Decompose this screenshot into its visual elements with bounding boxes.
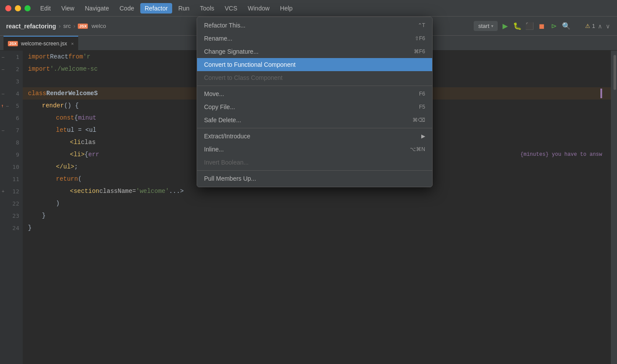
menu-edit[interactable]: Edit xyxy=(36,3,55,14)
line-number-1: — 1 xyxy=(0,51,23,63)
menu-item-convert-class: Convert to Class Component xyxy=(197,71,432,84)
line-number-3: 3 xyxy=(0,75,23,87)
coverage-button[interactable]: ⬛ xyxy=(525,21,534,31)
refactor-dropdown-menu: Refactor This... ⌃T Rename... ⇧F6 Change… xyxy=(197,17,433,187)
file-name: welco xyxy=(91,23,106,29)
menu-navigate[interactable]: Navigate xyxy=(80,3,113,14)
fold-icon-4[interactable]: — xyxy=(2,91,4,96)
line-number-11: 11 xyxy=(0,173,23,185)
fold-icon-7[interactable]: — xyxy=(2,128,4,133)
menu-item-label: Rename... xyxy=(204,35,232,42)
highlight-marker xyxy=(600,89,602,98)
menu-help[interactable]: Help xyxy=(276,3,297,14)
warning-up-chevron[interactable]: ∧ xyxy=(597,23,603,30)
line-number-12: + 12 xyxy=(0,185,23,197)
menu-item-invert-boolean: Invert Boolean... xyxy=(197,156,432,169)
menu-item-copy-file[interactable]: Copy File... F5 xyxy=(197,100,432,113)
menu-item-shortcut: ⌘F6 xyxy=(414,48,425,55)
code-line-22: ) xyxy=(23,197,611,209)
line-number-23: 23 xyxy=(0,209,23,222)
menu-separator-3 xyxy=(197,170,432,171)
menu-item-extract-introduce[interactable]: Extract/Introduce ▶ xyxy=(197,130,432,143)
menu-item-safe-delete[interactable]: Safe Delete... ⌘⌫ xyxy=(197,113,432,127)
tab-label: welcome-screen.jsx xyxy=(21,41,67,47)
line-number-5: ↑ — 5 xyxy=(0,100,23,112)
warning-icon: ⚠ xyxy=(585,23,590,29)
menu-window[interactable]: Window xyxy=(243,3,274,14)
line-number-6: 6 xyxy=(0,112,23,124)
close-button[interactable] xyxy=(5,5,11,11)
run-button[interactable]: ▶ xyxy=(500,21,510,31)
run-config-chevron: ▾ xyxy=(491,24,493,28)
traffic-lights xyxy=(5,5,31,11)
fold-icon-12[interactable]: + xyxy=(2,189,4,194)
menu-item-label: Copy File... xyxy=(204,103,235,110)
menu-item-label: Convert to Class Component xyxy=(204,74,283,81)
menu-item-pull-members-up[interactable]: Pull Members Up... xyxy=(197,172,432,185)
editor-scrollbar[interactable] xyxy=(611,51,617,364)
code-line-24: } xyxy=(23,222,611,234)
line-number-24: 24 xyxy=(0,222,23,234)
menu-code[interactable]: Code xyxy=(115,3,138,14)
fold-icon-1[interactable]: — xyxy=(2,55,4,59)
line-number-22: 22 xyxy=(0,197,23,209)
menu-view[interactable]: View xyxy=(57,3,79,14)
menu-item-label: Move... xyxy=(204,90,224,97)
menu-item-inline[interactable]: Inline... ⌥⌘N xyxy=(197,143,432,156)
menu-item-label: Pull Members Up... xyxy=(204,175,256,182)
menu-run[interactable]: Run xyxy=(174,3,194,14)
tab-close-button[interactable]: × xyxy=(71,41,73,46)
warning-count: 1 xyxy=(592,23,595,29)
menu-item-refactor-this[interactable]: Refactor This... ⌃T xyxy=(197,19,432,32)
tab-welcome-screen[interactable]: JSX welcome-screen.jsx × xyxy=(3,36,78,51)
project-name: react_refactoring xyxy=(6,23,56,30)
line-number-4: — 4 xyxy=(0,87,23,100)
menu-item-convert-functional[interactable]: Convert to Functional Component xyxy=(197,58,432,71)
warning-down-chevron[interactable]: ∨ xyxy=(605,23,611,30)
menu-item-label: Convert to Functional Component xyxy=(204,61,295,68)
gutter: — 1 — 2 3 — 4 ↑ — 5 6 — 7 8 9 xyxy=(0,51,23,364)
menu-item-shortcut: F5 xyxy=(419,104,425,110)
breadcrumb: react_refactoring › src › JSX welco xyxy=(6,23,106,30)
menubar: Edit View Navigate Code Refactor Run Too… xyxy=(0,0,617,17)
debug-button[interactable]: 🐛 xyxy=(513,21,522,31)
jsx-badge: JSX xyxy=(78,24,88,29)
line-number-8: 8 xyxy=(0,136,23,148)
run-config-button[interactable]: start ▾ xyxy=(474,21,497,31)
minimize-button[interactable] xyxy=(15,5,21,11)
menu-item-shortcut: ⌃T xyxy=(418,22,425,28)
menu-item-shortcut: ⇧F6 xyxy=(415,35,425,41)
line-number-7: — 7 xyxy=(0,124,23,136)
menu-item-label: Invert Boolean... xyxy=(204,159,249,166)
run-dash-button[interactable]: ⊳ xyxy=(549,21,559,31)
menu-item-label: Safe Delete... xyxy=(204,117,241,124)
maximize-button[interactable] xyxy=(24,5,31,11)
menu-vcs[interactable]: VCS xyxy=(220,3,242,14)
line-number-10: 10 xyxy=(0,161,23,173)
menu-item-arrow: ▶ xyxy=(421,133,425,139)
menu-item-change-signature[interactable]: Change Signature... ⌘F6 xyxy=(197,45,432,58)
code-line-23: } xyxy=(23,209,611,222)
search-button[interactable]: 🔍 xyxy=(562,21,571,31)
menu-item-shortcut: F6 xyxy=(419,91,425,97)
fold-icon-5[interactable]: — xyxy=(6,103,9,108)
menu-refactor[interactable]: Refactor xyxy=(140,3,172,14)
tab-jsx-badge: JSX xyxy=(8,41,18,46)
menu-item-rename[interactable]: Rename... ⇧F6 xyxy=(197,32,432,45)
scroll-thumb[interactable] xyxy=(614,55,616,90)
breakpoint-icon: ↑ xyxy=(1,103,4,109)
menu-item-label: Change Signature... xyxy=(204,48,259,55)
menu-item-label: Refactor This... xyxy=(204,22,246,29)
fold-icon-2[interactable]: — xyxy=(2,67,4,72)
menu-tools[interactable]: Tools xyxy=(196,3,219,14)
stop-button[interactable]: ◼ xyxy=(537,21,547,31)
toolbar-right: start ▾ ▶ 🐛 ⬛ ◼ ⊳ 🔍 ⚠ 1 ∧ ∨ xyxy=(474,21,611,31)
src-folder: src xyxy=(63,23,71,29)
menu-item-move[interactable]: Move... F6 xyxy=(197,87,432,100)
menu-separator-1 xyxy=(197,86,432,86)
line-number-9: 9 xyxy=(0,148,23,161)
menu-item-shortcut: ⌘⌫ xyxy=(412,117,425,123)
line-number-2: — 2 xyxy=(0,63,23,75)
menu-separator-2 xyxy=(197,128,432,128)
menu-item-shortcut: ⌥⌘N xyxy=(410,146,425,152)
